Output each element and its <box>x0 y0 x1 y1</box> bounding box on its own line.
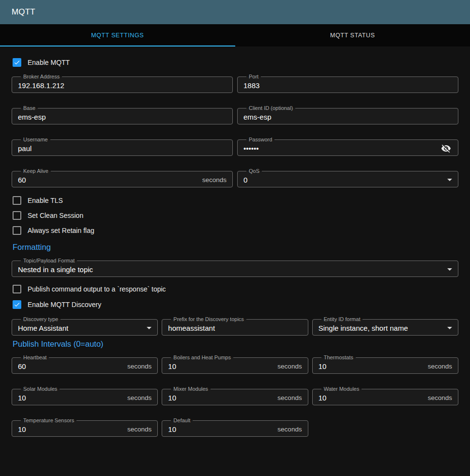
field-label: Topic/Payload Format <box>21 258 77 263</box>
field-label: Discovery type <box>21 316 61 322</box>
tab-bar: MQTT SETTINGS MQTT STATUS <box>0 24 470 46</box>
checkbox-label: Always set Retain flag <box>28 227 94 234</box>
field-value: Single instance, short name <box>318 324 443 332</box>
discovery-type-select[interactable]: Discovery type Home Assistant <box>12 316 158 336</box>
client-id-field[interactable]: Client ID (optional) ems-esp <box>237 105 458 124</box>
field-label: Keep Alive <box>21 168 51 174</box>
broker-address-field[interactable]: Broker Address 192.168.1.212 <box>12 74 233 93</box>
topic-payload-format-select[interactable]: Topic/Payload Format Nested in a single … <box>12 258 458 277</box>
field-label: Boilers and Heat Pumps <box>171 354 233 360</box>
dropdown-arrow-icon <box>447 179 452 181</box>
field-value: 10 <box>168 425 273 433</box>
field-label: Default <box>171 417 193 423</box>
format-row: Topic/Payload Format Nested in a single … <box>12 258 458 277</box>
clean-session-checkbox[interactable]: Set Clean Session <box>13 210 458 221</box>
field-value: 1883 <box>243 81 452 90</box>
credentials-row: Username paul Password •••••• <box>12 137 458 156</box>
keep-alive-field[interactable]: Keep Alive 60 seconds <box>12 168 233 187</box>
app-header: MQTT <box>0 0 470 24</box>
unit-suffix: seconds <box>428 363 452 370</box>
intervals-row-1: Heartbeat 60 seconds Boilers and Heat Pu… <box>12 354 458 374</box>
publish-response-checkbox[interactable]: Publish command output to a `response` t… <box>13 284 458 294</box>
field-value: 10 <box>168 394 273 402</box>
checkbox-label: Enable MQTT <box>28 59 70 66</box>
toggle-password-visibility-button[interactable] <box>440 142 452 154</box>
temperature-sensors-interval-field[interactable]: Temperature Sensors 10 seconds <box>12 417 158 437</box>
mqtt-settings-page: MQTT MQTT SETTINGS MQTT STATUS Enable MQ… <box>0 0 470 457</box>
base-field[interactable]: Base ems-esp <box>12 105 233 124</box>
field-label: Mixer Modules <box>171 386 211 392</box>
intervals-row-3: Temperature Sensors 10 seconds Default 1… <box>12 417 458 437</box>
discovery-row: Discovery type Home Assistant Prefix for… <box>12 316 458 336</box>
field-label: Water Modules <box>321 386 362 392</box>
field-value: 10 <box>318 362 424 370</box>
boilers-interval-field[interactable]: Boilers and Heat Pumps 10 seconds <box>162 354 308 374</box>
username-field[interactable]: Username paul <box>12 137 233 156</box>
mixer-interval-field[interactable]: Mixer Modules 10 seconds <box>162 386 308 405</box>
empty-cell <box>312 417 458 437</box>
unit-suffix: seconds <box>127 394 152 401</box>
page-title: MQTT <box>12 7 35 17</box>
field-value: 60 <box>18 176 198 184</box>
intervals-row-2: Solar Modules 10 seconds Mixer Modules 1… <box>12 386 458 405</box>
field-label: Username <box>21 137 50 142</box>
unit-suffix: seconds <box>127 426 152 433</box>
field-label: Heartbeat <box>21 354 49 360</box>
dropdown-arrow-icon <box>447 327 452 329</box>
base-clientid-row: Base ems-esp Client ID (optional) ems-es… <box>12 105 458 124</box>
unit-suffix: seconds <box>428 394 452 401</box>
publish-intervals-section-heading: Publish Intervals (0=auto) <box>13 339 458 349</box>
checkbox-unchecked-icon <box>13 285 21 293</box>
checkbox-label: Enable MQTT Discovery <box>28 301 101 308</box>
checkbox-checked-icon <box>13 300 21 309</box>
tab-mqtt-settings[interactable]: MQTT SETTINGS <box>0 24 235 46</box>
checkbox-unchecked-icon <box>13 196 21 205</box>
unit-suffix: seconds <box>277 426 302 433</box>
field-label: Prefix for the Discovery topics <box>171 316 246 322</box>
field-value: 0 <box>243 176 443 184</box>
default-interval-field[interactable]: Default 10 seconds <box>162 417 308 437</box>
solar-interval-field[interactable]: Solar Modules 10 seconds <box>12 386 158 405</box>
enable-tls-checkbox[interactable]: Enable TLS <box>13 195 458 206</box>
tab-label: MQTT SETTINGS <box>91 32 144 39</box>
unit-suffix: seconds <box>277 394 302 401</box>
field-value: Home Assistant <box>18 324 143 332</box>
retain-flag-checkbox[interactable]: Always set Retain flag <box>13 225 458 236</box>
checkbox-label: Publish command output to a `response` t… <box>28 285 166 293</box>
dropdown-arrow-icon <box>147 327 152 329</box>
field-label: Thermostats <box>321 354 356 360</box>
field-label: Port <box>246 74 261 79</box>
field-value: Nested in a single topic <box>18 265 443 274</box>
water-interval-field[interactable]: Water Modules 10 seconds <box>312 386 458 405</box>
field-value: •••••• <box>243 144 436 153</box>
field-value: 10 <box>318 394 424 402</box>
field-label: QoS <box>246 168 262 174</box>
discovery-prefix-field[interactable]: Prefix for the Discovery topics homeassi… <box>162 316 308 336</box>
field-value: ems-esp <box>18 113 227 121</box>
password-field[interactable]: Password •••••• <box>237 137 458 156</box>
enable-mqtt-checkbox[interactable]: Enable MQTT <box>13 57 458 68</box>
thermostats-interval-field[interactable]: Thermostats 10 seconds <box>312 354 458 374</box>
unit-suffix: seconds <box>202 176 227 184</box>
formatting-section-heading: Formatting <box>13 243 458 252</box>
dropdown-arrow-icon <box>447 268 452 271</box>
qos-select[interactable]: QoS 0 <box>237 168 458 187</box>
port-field[interactable]: Port 1883 <box>237 74 458 93</box>
field-label: Password <box>246 137 274 142</box>
checkbox-unchecked-icon <box>13 226 21 235</box>
field-value: ems-esp <box>243 113 452 121</box>
heartbeat-interval-field[interactable]: Heartbeat 60 seconds <box>12 354 158 374</box>
broker-port-row: Broker Address 192.168.1.212 Port 1883 <box>12 74 458 93</box>
visibility-off-icon <box>441 143 451 154</box>
field-label: Broker Address <box>21 74 62 79</box>
field-value: 10 <box>168 362 273 370</box>
field-value: 10 <box>18 394 123 402</box>
field-value: paul <box>18 144 227 153</box>
enable-discovery-checkbox[interactable]: Enable MQTT Discovery <box>13 299 458 310</box>
field-label: Base <box>21 105 38 111</box>
tab-mqtt-status[interactable]: MQTT STATUS <box>235 24 470 46</box>
unit-suffix: seconds <box>277 363 302 370</box>
checkbox-label: Set Clean Session <box>28 212 83 219</box>
entity-id-format-select[interactable]: Entity ID format Single instance, short … <box>312 316 458 336</box>
settings-form: Enable MQTT Broker Address 192.168.1.212… <box>0 46 470 457</box>
